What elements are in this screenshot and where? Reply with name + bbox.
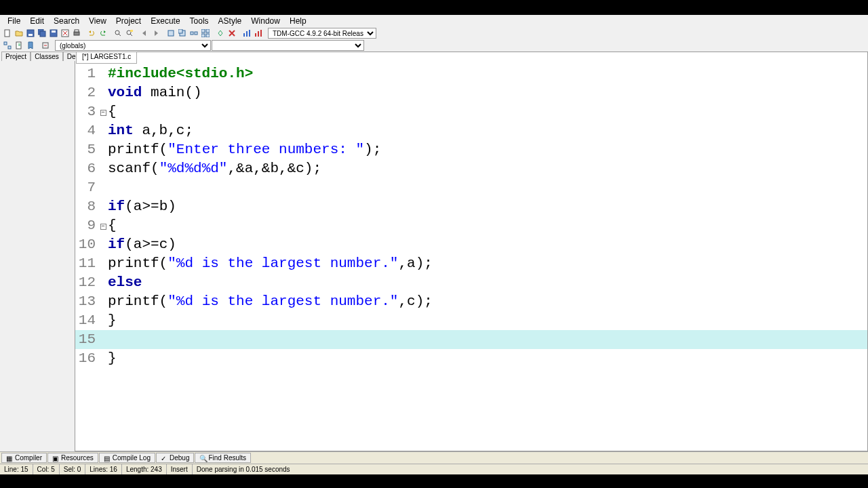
fold-icon[interactable]: − [100,110,106,116]
log-icon: ▤ [104,455,111,462]
menu-astyle[interactable]: AStyle [214,16,247,26]
tab-resources[interactable]: ▣Resources [47,453,98,463]
status-length: Length: 243 [122,464,167,474]
debug-icon: ✓ [161,455,167,462]
file-tabs: [*] LARGEST1.c [76,52,137,64]
stop-icon[interactable] [226,28,237,39]
fold-icon[interactable]: − [100,224,106,230]
goto-icon[interactable] [40,40,51,51]
member-select[interactable] [212,40,364,51]
file-tab-largest1[interactable]: [*] LARGEST1.c [76,52,137,64]
tab-project[interactable]: Project [1,52,31,61]
compiler-icon: ▦ [6,455,13,462]
svg-rect-18 [201,29,205,33]
tab-find-results[interactable]: 🔍Find Results [195,453,251,463]
status-col: Col: 5 [33,464,60,474]
nav-forward-icon[interactable] [151,28,161,39]
menu-search[interactable]: Search [49,16,84,26]
resources-icon: ▣ [52,455,59,462]
menu-project[interactable]: Project [111,16,146,26]
delete-profile-icon[interactable] [253,28,264,39]
compile-run-icon[interactable] [189,28,199,39]
svg-rect-16 [191,32,193,35]
menu-execute[interactable]: Execute [146,16,184,26]
menu-help[interactable]: Help [285,16,311,26]
menu-edit[interactable]: Edit [25,16,49,26]
undo-icon[interactable] [86,28,97,39]
svg-rect-0 [5,30,9,37]
svg-rect-22 [243,33,245,37]
svg-rect-29 [8,46,11,49]
status-lines: Lines: 16 [85,464,122,474]
svg-rect-24 [249,30,250,37]
print-icon[interactable] [71,28,82,39]
save-all-icon[interactable] [37,28,47,39]
tab-classes[interactable]: Classes [31,52,63,61]
code-editor[interactable]: 1#include<stdio.h> 2void main() 3−{ 4 in… [75,64,867,451]
new-file-icon[interactable] [2,28,13,39]
menubar: File Edit Search View Project Execute To… [0,15,868,27]
status-mode: Insert [167,464,193,474]
editor-pane: [*] LARGEST1.c 1#include<stdio.h> 2void … [75,52,868,451]
bookmark-icon[interactable] [25,40,36,51]
profile-icon[interactable] [241,28,252,39]
tab-debug-bottom[interactable]: ✓Debug [156,453,194,463]
main-area: Project Classes Debug [*] LARGEST1.c 1#i… [0,52,868,451]
menu-view[interactable]: View [84,16,111,26]
svg-rect-12 [130,30,133,32]
menu-tools[interactable]: Tools [185,16,214,26]
svg-rect-6 [52,30,56,33]
save-icon[interactable] [25,28,36,39]
current-line: 15 [75,330,867,349]
open-file-icon[interactable] [14,28,24,39]
svg-rect-25 [255,33,256,37]
replace-icon[interactable] [124,28,135,39]
svg-rect-27 [260,30,262,37]
svg-rect-17 [195,32,197,35]
svg-rect-21 [206,34,210,37]
toolbar-main: TDM-GCC 4.9.2 64-bit Release [0,27,868,39]
svg-rect-8 [74,32,79,35]
status-line: Line: 15 [0,464,33,474]
tab-compile-log[interactable]: ▤Compile Log [99,453,155,463]
svg-rect-23 [246,31,248,37]
tab-compiler[interactable]: ▦Compiler [1,453,47,463]
svg-rect-4 [40,31,45,37]
menu-window[interactable]: Window [246,16,285,26]
svg-rect-26 [258,31,259,37]
bottom-panel-tabs: ▦Compiler ▣Resources ▤Compile Log ✓Debug… [0,451,868,464]
statusbar: Line: 15 Col: 5 Sel: 0 Lines: 16 Length:… [0,464,868,474]
insert-icon[interactable] [14,40,24,51]
status-parse: Done parsing in 0.015 seconds [193,464,868,474]
svg-rect-13 [168,30,174,36]
redo-icon[interactable] [98,28,108,39]
nav-back-icon[interactable] [139,28,150,39]
find-icon: 🔍 [199,455,206,462]
find-icon[interactable] [113,28,123,39]
new-project-icon[interactable] [2,40,13,51]
save-as-icon[interactable] [48,28,59,39]
svg-rect-28 [4,42,7,45]
status-sel: Sel: 0 [60,464,86,474]
toolbar-secondary: (globals) [0,39,868,52]
menu-file[interactable]: File [3,16,25,26]
svg-rect-2 [28,34,33,36]
ide-window: File Edit Search View Project Execute To… [0,15,868,474]
scope-select[interactable]: (globals) [55,40,211,51]
svg-rect-15 [178,29,182,33]
run-icon[interactable] [177,28,188,39]
compiler-profile-select[interactable]: TDM-GCC 4.9.2 64-bit Release [268,28,376,39]
svg-rect-19 [206,29,210,33]
svg-rect-9 [75,30,79,32]
svg-rect-20 [201,34,205,37]
close-icon[interactable] [60,28,71,39]
compile-icon[interactable] [165,28,176,39]
rebuild-icon[interactable] [200,28,211,39]
debug-icon[interactable] [215,28,226,39]
